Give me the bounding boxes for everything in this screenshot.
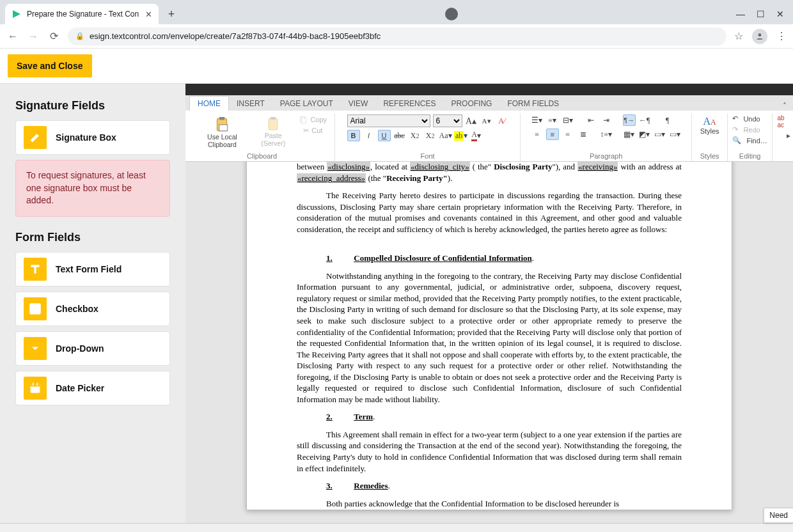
bullets-button[interactable]: ☰▾ <box>531 114 544 126</box>
align-right-button[interactable]: ≡ <box>561 129 574 140</box>
shrink-font-button[interactable]: A▾ <box>480 115 493 127</box>
change-case-button[interactable]: Aa▾ <box>439 130 452 141</box>
highlight-button[interactable]: ab▾ <box>455 130 467 141</box>
ribbon-overflow-icon[interactable]: ▸ <box>787 131 790 140</box>
ltr-button[interactable]: ¶→ <box>623 114 636 126</box>
styles-button[interactable]: AA Styles <box>696 114 724 136</box>
subscript-button[interactable]: X2 <box>409 130 421 141</box>
svg-rect-8 <box>219 117 225 120</box>
borders-button[interactable]: ▭▾ <box>654 129 666 140</box>
document-page: between «disclosing», located at «disclo… <box>246 162 732 510</box>
strike-button[interactable]: abc <box>393 130 406 141</box>
svg-rect-6 <box>37 382 38 385</box>
back-icon[interactable]: ← <box>6 31 19 42</box>
find-button[interactable]: 🔍Find… <box>732 136 767 145</box>
datepicker-field-label: Date Picker <box>56 383 104 393</box>
close-tab-icon[interactable]: ✕ <box>145 10 152 19</box>
signature-required-alert: To request signatures, at least one sign… <box>15 160 170 217</box>
styles-group-label: Styles <box>697 152 722 161</box>
paragraph-group-label: Paragraph <box>526 152 686 161</box>
font-family-select[interactable]: Arial <box>347 114 430 127</box>
ribbon-tab-home[interactable]: HOME <box>189 96 229 111</box>
ribbon-tab-view[interactable]: VIEW <box>341 97 376 111</box>
undo-button[interactable]: ↶Undo <box>732 114 760 123</box>
svg-marker-0 <box>13 10 20 18</box>
frame-color-button[interactable]: ◩▾ <box>638 129 651 140</box>
checkbox-field-card[interactable]: Checkbox <box>15 292 170 326</box>
align-left-button[interactable]: ≡ <box>531 129 544 140</box>
ribbon-collapse-icon[interactable]: ˄ <box>776 102 793 111</box>
maximize-icon[interactable]: ☐ <box>757 9 765 19</box>
reload-icon[interactable]: ⟳ <box>47 30 60 42</box>
show-marks-button[interactable]: ¶ <box>661 114 674 126</box>
doc-paragraph: This Agreement shall remain in effect fo… <box>297 429 682 474</box>
star-icon[interactable]: ☆ <box>734 30 743 42</box>
help-widget[interactable]: Need <box>764 508 793 523</box>
align-center-button[interactable]: ≡ <box>546 129 559 140</box>
editor-chrome-strip <box>185 84 793 95</box>
dropdown-field-card[interactable]: Drop-Down <box>15 331 170 366</box>
text-form-field-card[interactable]: Text Form Field <box>15 252 170 286</box>
shading-button[interactable]: ▦▾ <box>623 129 636 140</box>
signature-icon <box>24 126 47 149</box>
signature-box-card[interactable]: Signature Box <box>15 120 170 155</box>
use-local-clipboard-button[interactable]: Use Local Clipboard <box>194 114 250 150</box>
grow-font-button[interactable]: A▴ <box>465 115 478 127</box>
border-style-button[interactable]: ▭▾ <box>669 129 682 140</box>
kebab-menu-icon[interactable]: ⋮ <box>776 30 787 42</box>
new-tab-button[interactable]: + <box>162 5 180 23</box>
url-field[interactable]: 🔒 esign.textcontrol.com/envelope/create/… <box>68 27 726 45</box>
doc-section-heading: 3. Remedies. <box>297 480 682 492</box>
ribbon-tab-form-fields[interactable]: FORM FIELDS <box>499 97 567 111</box>
merge-field[interactable]: «disclosing» <box>327 162 370 171</box>
browser-titlebar: Prepare the Signature - Text Con ✕ + — ☐… <box>0 0 793 24</box>
ribbon-tab-proofing[interactable]: PROOFING <box>443 97 499 111</box>
redo-button[interactable]: ↷Redo <box>732 125 760 134</box>
replace-abc-icon[interactable]: abac <box>778 114 785 129</box>
superscript-button[interactable]: X2 <box>424 130 437 141</box>
underline-button[interactable]: U <box>378 130 391 141</box>
minimize-icon[interactable]: — <box>736 9 745 19</box>
ribbon: Use Local Clipboard Paste (Server) Copy … <box>185 111 793 162</box>
merge-field[interactable]: «receicing_address» <box>297 173 366 183</box>
cut-button[interactable]: ✂Cut <box>296 126 329 135</box>
sidebar: Signature Fields Signature Box To reques… <box>0 84 185 523</box>
forward-icon[interactable]: → <box>27 31 40 42</box>
downloads-icon[interactable] <box>445 8 458 20</box>
justify-button[interactable]: ≣ <box>577 129 590 140</box>
doc-section-heading: 2. Term. <box>297 411 682 423</box>
datepicker-field-card[interactable]: Date Picker <box>15 371 170 405</box>
app-header: Save and Close <box>0 49 793 83</box>
profile-avatar-icon[interactable] <box>752 29 767 44</box>
line-spacing-button[interactable]: ↕≡▾ <box>600 129 613 140</box>
font-color-button[interactable]: A▾ <box>470 130 483 141</box>
ribbon-tab-page-layout[interactable]: PAGE LAYOUT <box>272 97 341 111</box>
numbering-button[interactable]: ≡▾ <box>546 114 559 126</box>
paste-server-button[interactable]: Paste (Server) <box>253 114 294 148</box>
indent-button[interactable]: ⇥ <box>600 114 613 126</box>
font-size-select[interactable]: 6 <box>433 114 462 127</box>
close-window-icon[interactable]: ✕ <box>776 9 784 19</box>
svg-rect-5 <box>33 382 34 385</box>
clear-format-button[interactable]: A⁄ <box>496 115 508 127</box>
outdent-button[interactable]: ⇤ <box>585 114 597 126</box>
save-and-close-button[interactable]: Save and Close <box>8 54 92 77</box>
merge-field[interactable]: «receiving» <box>577 162 618 171</box>
horizontal-scrollbar[interactable] <box>0 523 793 532</box>
svg-point-1 <box>758 33 762 36</box>
multilevel-button[interactable]: ⊟▾ <box>561 114 574 126</box>
ribbon-tab-insert[interactable]: INSERT <box>229 97 272 111</box>
italic-button[interactable]: I <box>363 130 375 141</box>
window-controls: — ☐ ✕ <box>727 9 793 24</box>
copy-button[interactable]: Copy <box>296 114 329 125</box>
text-field-icon <box>24 258 47 281</box>
ribbon-tab-references[interactable]: REFERENCES <box>375 97 443 111</box>
browser-tab[interactable]: Prepare the Signature - Text Con ✕ <box>5 4 159 24</box>
merge-field[interactable]: «disclosing_city» <box>410 162 470 171</box>
signature-box-label: Signature Box <box>56 132 116 143</box>
tab-title: Prepare the Signature - Text Con <box>27 10 140 19</box>
bold-button[interactable]: B <box>347 130 360 141</box>
document-canvas[interactable]: between «disclosing», located at «disclo… <box>185 162 793 523</box>
rtl-button[interactable]: ←¶ <box>638 114 651 126</box>
svg-rect-9 <box>219 125 228 131</box>
